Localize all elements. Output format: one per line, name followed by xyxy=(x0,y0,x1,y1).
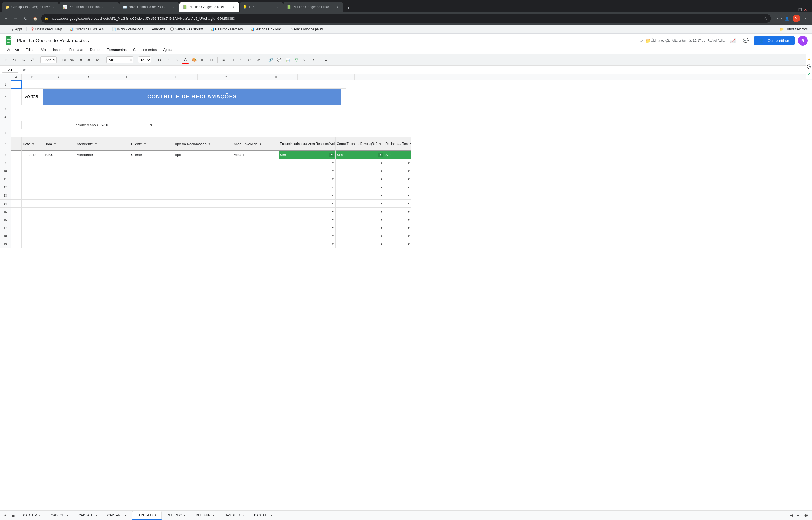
cell-a16[interactable] xyxy=(11,216,22,224)
undo-button[interactable]: ↩ xyxy=(2,56,10,63)
cell-i12[interactable]: ▼ xyxy=(336,183,384,191)
menu-inserir[interactable]: Inserir xyxy=(50,47,65,53)
cell-j12[interactable]: ▼ xyxy=(384,183,412,191)
menu-complementos[interactable]: Complementos xyxy=(131,47,160,53)
cell-encaminhada-8[interactable]: Sim ▼ xyxy=(279,151,336,159)
redo-button[interactable]: ↪ xyxy=(11,56,19,63)
cell-d12[interactable] xyxy=(76,183,130,191)
cell-b1[interactable] xyxy=(22,80,346,88)
cell-j16[interactable]: ▼ xyxy=(384,216,412,224)
encaminhada-dropdown-icon[interactable]: ▼ xyxy=(329,153,334,157)
cell-e9[interactable] xyxy=(130,159,173,167)
tab-close-icon[interactable]: × xyxy=(51,5,55,9)
menu-editar[interactable]: Editar xyxy=(23,47,37,53)
cell-j13[interactable]: ▼ xyxy=(384,191,412,200)
cell-h10[interactable]: ▼ xyxy=(279,167,336,175)
cell-g14[interactable] xyxy=(233,200,279,208)
bookmark-resumo[interactable]: 📊 Resumo - Mercado... xyxy=(208,27,248,32)
cell-e16[interactable] xyxy=(130,216,173,224)
cell-f9[interactable] xyxy=(173,159,233,167)
row-number[interactable]: 9 xyxy=(0,159,11,167)
cell-resolvida-8[interactable]: Sim xyxy=(384,151,412,159)
cell-i15[interactable]: ▼ xyxy=(336,208,384,216)
filter-icon-hora[interactable]: ▼ xyxy=(54,142,56,146)
menu-ajuda[interactable]: Ajuda xyxy=(161,47,175,53)
cell-c18[interactable] xyxy=(43,232,76,240)
menu-dados[interactable]: Dados xyxy=(87,47,103,53)
cell-a14[interactable] xyxy=(11,200,22,208)
cell-g18[interactable] xyxy=(233,232,279,240)
cell-c9[interactable] xyxy=(43,159,76,167)
cell-f10[interactable] xyxy=(173,167,233,175)
cell-reference-input[interactable] xyxy=(2,67,19,73)
cell-j19[interactable]: ▼ xyxy=(384,240,412,249)
cell-e14[interactable] xyxy=(130,200,173,208)
cell-g11[interactable] xyxy=(233,175,279,183)
chart-insert-button[interactable]: 📊 xyxy=(284,56,291,63)
cell-h9[interactable]: ▼ xyxy=(279,159,336,167)
cell-a5[interactable] xyxy=(11,121,22,129)
tab-arrow-das-ger[interactable]: ▼ xyxy=(242,514,245,517)
folder-icon[interactable]: 📁 xyxy=(646,38,651,43)
cell-i11[interactable]: ▼ xyxy=(336,175,384,183)
sheet-tab-das-ate[interactable]: DAS_ATE ▼ xyxy=(250,511,278,520)
strikethrough-button[interactable]: S xyxy=(173,56,180,63)
cell-a7[interactable] xyxy=(11,137,22,151)
star-icon[interactable]: ☆ xyxy=(639,37,643,44)
close-button[interactable]: ✕ xyxy=(803,7,808,12)
cell-e12[interactable] xyxy=(130,183,173,191)
col-header-h[interactable]: H xyxy=(254,74,298,80)
col-header-resolvida[interactable]: Reclama... Resolvid... ▼ xyxy=(384,137,412,151)
cell-i19[interactable]: ▼ xyxy=(336,240,384,249)
col-header-a[interactable]: A xyxy=(11,74,22,80)
filter-icon-cliente[interactable]: ▼ xyxy=(143,142,146,146)
cell-f15[interactable] xyxy=(173,208,233,216)
col-header-cliente[interactable]: Cliente ▼ xyxy=(130,137,173,151)
cell-c19[interactable] xyxy=(43,240,76,249)
cell-g12[interactable] xyxy=(233,183,279,191)
new-tab-button[interactable]: + xyxy=(344,4,352,12)
comment-button[interactable]: 💬 xyxy=(275,56,283,63)
format-number-button[interactable]: 123 xyxy=(94,56,102,63)
percent-button[interactable]: % xyxy=(68,56,76,63)
formula-input[interactable] xyxy=(28,68,810,72)
align-center-button[interactable]: ⊡ xyxy=(228,56,236,63)
menu-arquivo[interactable]: Arquivo xyxy=(4,47,22,53)
chart-icon[interactable]: 📈 xyxy=(728,36,737,46)
cell-atendente-8[interactable]: Atendente 1 xyxy=(76,151,130,159)
row-number[interactable]: 19 xyxy=(0,240,11,249)
bookmark-analytics[interactable]: Analytics xyxy=(150,27,167,32)
filter-icon-atendente[interactable]: ▼ xyxy=(94,142,97,146)
tab-arrow-cad-ate[interactable]: ▼ xyxy=(95,514,98,517)
filter-icon-troca[interactable]: ▼ xyxy=(379,142,382,146)
cell-a17[interactable] xyxy=(11,224,22,232)
row-number[interactable]: 18 xyxy=(0,232,11,240)
bookmark-apps[interactable]: ⋮⋮⋮ Apps xyxy=(2,27,25,32)
voltar-button[interactable]: VOLTAR xyxy=(22,93,41,100)
cell-b12[interactable] xyxy=(22,183,43,191)
add-sheet-button[interactable]: + xyxy=(2,512,9,519)
cell-j17[interactable]: ▼ xyxy=(384,224,412,232)
restore-button[interactable]: ❐ xyxy=(798,7,802,12)
sheet-tab-cad-ate[interactable]: CAD_ATE ▼ xyxy=(74,511,102,520)
cell-b16[interactable] xyxy=(22,216,43,224)
back-button[interactable]: ← xyxy=(2,15,10,22)
row-number[interactable]: 11 xyxy=(0,175,11,183)
cell-row3[interactable] xyxy=(11,105,346,113)
filter-views-button[interactable]: ▽↓ xyxy=(301,56,309,63)
cell-f18[interactable] xyxy=(173,232,233,240)
col-header-hora[interactable]: Hora ▼ xyxy=(43,137,76,151)
tab-close-icon-5[interactable]: × xyxy=(275,5,280,9)
cell-a2[interactable] xyxy=(11,88,22,105)
cell-c16[interactable] xyxy=(43,216,76,224)
tab-guestposts[interactable]: 📁 Guestposts - Google Drive × xyxy=(2,2,59,12)
sheet-nav-left[interactable]: ◀ xyxy=(788,512,795,519)
cell-a13[interactable] xyxy=(11,191,22,200)
cell-f11[interactable] xyxy=(173,175,233,183)
menu-formatar[interactable]: Formatar xyxy=(66,47,86,53)
cell-e17[interactable] xyxy=(130,224,173,232)
cell-c17[interactable] xyxy=(43,224,76,232)
row-number[interactable]: 4 xyxy=(0,113,11,121)
link-button[interactable]: 🔗 xyxy=(267,56,274,63)
bookmark-general[interactable]: 💬 General - Overview... xyxy=(168,27,207,32)
